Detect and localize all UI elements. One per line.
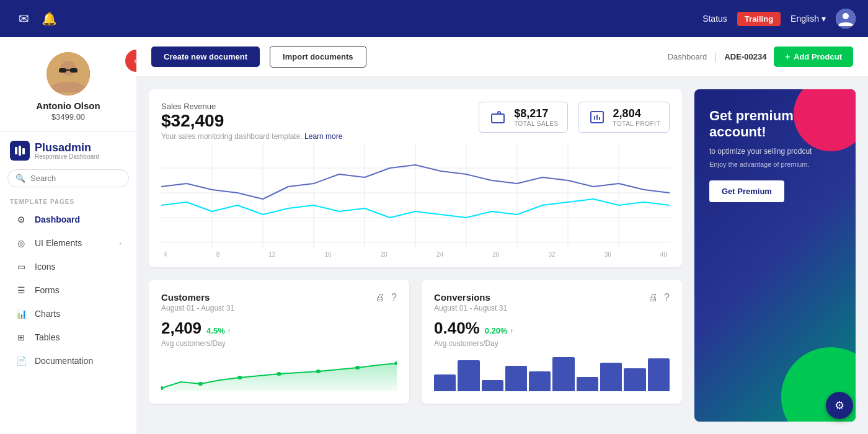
customers-mini-chart bbox=[161, 354, 397, 391]
chart-label: 20 bbox=[381, 251, 388, 258]
sidebar-item-label: Forms bbox=[35, 285, 60, 295]
search-input[interactable] bbox=[30, 174, 121, 183]
bell-icon[interactable]: 🔔 bbox=[42, 11, 57, 26]
help-icon[interactable]: ? bbox=[664, 292, 670, 303]
total-profit-info: 2,804 TOTAL PROFIT bbox=[613, 107, 660, 127]
svg-rect-8 bbox=[19, 146, 21, 156]
customers-value: 2,409 bbox=[161, 319, 202, 338]
conversions-date: August 01 - August 31 bbox=[434, 304, 507, 312]
sales-chart-svg bbox=[161, 143, 670, 249]
chart-label: 4 bbox=[164, 251, 167, 258]
sidebar-item-icons[interactable]: ▭ Icons bbox=[5, 255, 131, 278]
create-document-button[interactable]: Create new document bbox=[151, 46, 260, 67]
mini-bar bbox=[552, 357, 574, 391]
breadcrumb-separator: | bbox=[714, 51, 717, 63]
conversions-card-actions: 🖨 ? bbox=[648, 292, 670, 303]
svg-rect-5 bbox=[70, 68, 78, 73]
profile-amount: $3499.00 bbox=[51, 112, 85, 122]
search-box[interactable]: 🔍 bbox=[7, 169, 129, 187]
customers-card-header: Customers August 01 - August 31 🖨 ? bbox=[161, 292, 397, 312]
sales-description: Your sales monitoring dashboard template… bbox=[161, 132, 342, 141]
chart-label: 32 bbox=[548, 251, 555, 258]
conversions-card: Conversions August 01 - August 31 🖨 ? 0.… bbox=[422, 280, 682, 404]
total-profit-box: 2,804 TOTAL PROFIT bbox=[578, 102, 670, 133]
help-icon[interactable]: ? bbox=[391, 292, 397, 303]
chart-x-labels: 4 8 12 16 20 24 28 32 36 40 bbox=[161, 251, 670, 258]
customers-card: Customers August 01 - August 31 🖨 ? 2,40… bbox=[149, 280, 409, 404]
charts-icon: 📊 bbox=[15, 309, 27, 319]
sidebar-item-dashboard[interactable]: ⊙ Dashboard bbox=[5, 208, 131, 231]
documentation-icon: 📄 bbox=[15, 356, 27, 366]
get-premium-button[interactable]: Get Premium bbox=[709, 180, 784, 202]
chevron-right-icon: › bbox=[119, 239, 122, 247]
breadcrumb-home: Dashboard bbox=[668, 52, 707, 61]
import-documents-button[interactable]: Import documents bbox=[270, 46, 366, 68]
language-label: English bbox=[790, 14, 819, 24]
premium-banner: Get premium account! to optimize your se… bbox=[694, 89, 856, 422]
sidebar-item-charts[interactable]: 📊 Charts bbox=[5, 303, 131, 325]
language-selector[interactable]: English ▾ bbox=[790, 14, 826, 24]
sidebar-item-documentation[interactable]: 📄 Documentation bbox=[5, 350, 131, 372]
learn-more-link[interactable]: Learn more bbox=[304, 132, 342, 141]
dashboard-body: Sales Revenue $32,409 Your sales monitor… bbox=[136, 77, 868, 434]
forms-icon: ☰ bbox=[15, 285, 27, 295]
main-left-content: Sales Revenue $32,409 Your sales monitor… bbox=[149, 89, 682, 422]
sidebar-profile: Antonio Olson $3499.00 bbox=[0, 37, 136, 132]
add-product-button[interactable]: + Add Prodcut bbox=[774, 46, 853, 67]
mini-bar bbox=[624, 368, 645, 391]
mini-bar bbox=[648, 358, 670, 391]
main-layout: « Antonio Olson $3499.00 bbox=[0, 37, 868, 434]
chart-label: 24 bbox=[436, 251, 443, 258]
sales-chart: 4 8 12 16 20 24 28 32 36 40 bbox=[161, 143, 670, 255]
trailing-badge: Trailing bbox=[737, 12, 781, 26]
logo-text-group: Plusadmin Responsive Dashboard bbox=[35, 141, 99, 160]
logo-icon bbox=[10, 141, 30, 161]
logo-subtitle: Responsive Dashboard bbox=[35, 153, 99, 160]
total-sales-icon bbox=[488, 107, 508, 127]
chart-label: 8 bbox=[216, 251, 220, 258]
print-icon[interactable]: 🖨 bbox=[648, 292, 658, 303]
sidebar-item-ui-elements[interactable]: ◎ UI Elements › bbox=[5, 232, 131, 254]
svg-rect-4 bbox=[59, 68, 66, 73]
mini-bar bbox=[482, 380, 503, 391]
print-icon[interactable]: 🖨 bbox=[375, 292, 385, 303]
sidebar-item-forms[interactable]: ☰ Forms bbox=[5, 279, 131, 301]
svg-point-1 bbox=[843, 13, 849, 19]
sales-amount: $32,409 bbox=[161, 111, 342, 131]
sidebar: « Antonio Olson $3499.00 bbox=[0, 37, 136, 434]
svg-point-33 bbox=[355, 366, 360, 370]
mail-icon[interactable]: ✉ bbox=[19, 11, 29, 26]
conversions-card-header: Conversions August 01 - August 31 🖨 ? bbox=[434, 292, 670, 312]
top-navbar: ✉ 🔔 Status Trailing English ▾ bbox=[0, 0, 868, 37]
add-icon: + bbox=[785, 52, 790, 61]
tables-icon: ⊞ bbox=[15, 332, 27, 342]
stat-boxes: $8,217 TOTAL SALES bbox=[479, 102, 670, 133]
user-avatar[interactable] bbox=[836, 9, 856, 29]
sub-header: Create new document Import documents Das… bbox=[136, 37, 868, 77]
search-icon: 🔍 bbox=[16, 174, 25, 183]
template-label: TEMPLATE PAGES bbox=[0, 193, 136, 208]
chevron-down-icon: ▾ bbox=[822, 14, 826, 24]
sidebar-item-label: Dashboard bbox=[35, 215, 80, 224]
svg-point-29 bbox=[198, 382, 203, 386]
svg-point-30 bbox=[237, 376, 242, 379]
sales-header: Sales Revenue $32,409 Your sales monitor… bbox=[161, 102, 670, 141]
sidebar-item-tables[interactable]: ⊞ Tables bbox=[5, 326, 131, 348]
breadcrumb-id: ADE-00234 bbox=[724, 52, 766, 61]
conversions-card-info: Conversions August 01 - August 31 bbox=[434, 292, 507, 312]
customers-card-info: Customers August 01 - August 31 bbox=[161, 292, 234, 312]
customers-date: August 01 - August 31 bbox=[161, 304, 234, 312]
sidebar-item-label: Icons bbox=[35, 262, 55, 272]
conversions-change: 0.20% ↑ bbox=[485, 326, 514, 335]
navbar-right: Status Trailing English ▾ bbox=[702, 9, 856, 29]
mini-bar bbox=[458, 360, 479, 391]
premium-subtitle: to optimize your selling prodcut bbox=[709, 147, 841, 156]
conversions-sub-label: Avg customers/Day bbox=[434, 339, 670, 348]
mini-bar bbox=[577, 377, 598, 391]
svg-point-32 bbox=[316, 370, 321, 373]
total-sales-box: $8,217 TOTAL SALES bbox=[479, 102, 567, 133]
total-profit-label: TOTAL PROFIT bbox=[613, 120, 660, 127]
sales-title: Sales Revenue bbox=[161, 102, 342, 111]
avatar bbox=[46, 52, 90, 95]
gear-button[interactable]: ⚙ bbox=[826, 392, 853, 419]
